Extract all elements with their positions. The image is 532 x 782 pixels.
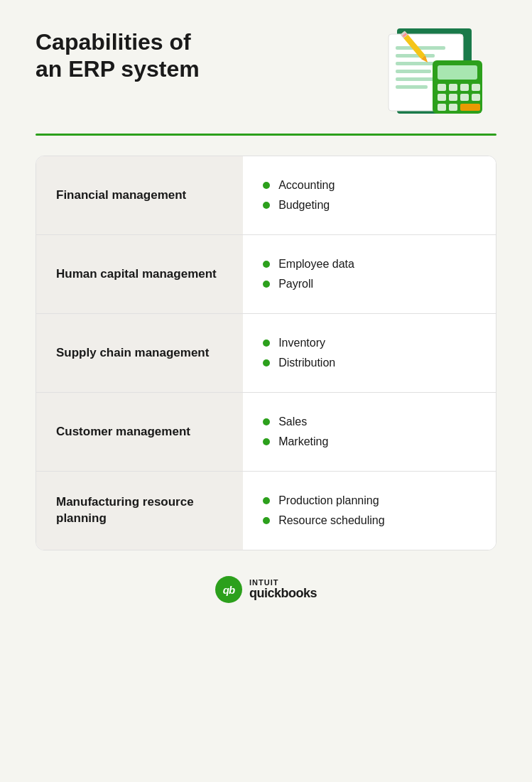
table-row: Financial managementAccountingBudgeting: [36, 156, 496, 235]
svg-rect-17: [472, 94, 480, 101]
bullet-item: Production planning: [263, 494, 476, 507]
right-cell: SalesMarketing: [243, 393, 496, 471]
title-block: Capabilities of an ERP system: [36, 28, 200, 83]
bullet-item: Payroll: [263, 278, 476, 290]
bullet-dot: [263, 202, 270, 209]
bullet-item: Budgeting: [263, 199, 476, 212]
bullet-text: Budgeting: [278, 199, 330, 212]
capability-name: Customer management: [56, 424, 190, 440]
table-row: Customer managementSalesMarketing: [36, 393, 496, 472]
capability-name: Financial management: [56, 188, 186, 204]
table-row: Manufacturing resource planningProductio…: [36, 472, 496, 550]
bullet-dot: [263, 261, 270, 268]
bullet-text: Accounting: [278, 179, 335, 192]
bullet-text: Marketing: [278, 435, 328, 448]
bullet-item: Employee data: [263, 258, 476, 271]
footer: qb INTUIT quickbooks: [36, 576, 496, 603]
bullet-item: Inventory: [263, 337, 476, 349]
svg-rect-10: [438, 84, 446, 91]
bullet-dot: [263, 418, 270, 425]
svg-rect-19: [449, 104, 457, 111]
bullet-item: Sales: [263, 416, 476, 428]
bullet-text: Distribution: [278, 357, 335, 369]
bullet-dot: [263, 438, 270, 445]
svg-rect-3: [396, 54, 435, 58]
svg-rect-18: [438, 104, 446, 111]
svg-rect-20: [460, 104, 480, 111]
erp-illustration: [376, 21, 496, 121]
capability-name: Manufacturing resource planning: [56, 494, 223, 527]
svg-rect-15: [449, 94, 457, 101]
left-cell: Manufacturing resource planning: [36, 472, 243, 550]
capabilities-table: Financial managementAccountingBudgetingH…: [36, 156, 496, 550]
brand-text: INTUIT quickbooks: [249, 578, 317, 601]
header-section: Capabilities of an ERP system: [36, 28, 496, 121]
bullet-dot: [263, 340, 270, 347]
table-row: Human capital managementEmployee dataPay…: [36, 235, 496, 314]
bullet-item: Distribution: [263, 357, 476, 369]
right-cell: Employee dataPayroll: [243, 235, 496, 313]
right-cell: AccountingBudgeting: [243, 156, 496, 234]
page-title: Capabilities of an ERP system: [36, 28, 200, 83]
svg-rect-7: [396, 85, 428, 89]
capability-name: Human capital management: [56, 266, 217, 283]
right-cell: Production planningResource scheduling: [243, 472, 496, 550]
left-cell: Human capital management: [36, 235, 243, 313]
svg-rect-14: [438, 94, 446, 101]
left-cell: Customer management: [36, 393, 243, 471]
bullet-dot: [263, 359, 270, 366]
svg-rect-11: [449, 84, 457, 91]
qb-logo: qb: [215, 576, 242, 603]
bullet-dot: [263, 517, 270, 524]
svg-rect-2: [396, 46, 445, 50]
bullet-text: Production planning: [278, 494, 379, 507]
left-cell: Supply chain management: [36, 314, 243, 392]
bullet-text: Payroll: [278, 278, 313, 290]
bullet-text: Inventory: [278, 337, 325, 349]
bullet-text: Sales: [278, 416, 307, 428]
bullet-dot: [263, 497, 270, 504]
bullet-item: Marketing: [263, 435, 476, 448]
bullet-item: Resource scheduling: [263, 514, 476, 527]
svg-rect-12: [460, 84, 469, 91]
page-container: Capabilities of an ERP system: [0, 0, 532, 782]
bullet-dot: [263, 182, 270, 189]
bullet-item: Accounting: [263, 179, 476, 192]
section-divider: [36, 134, 496, 136]
svg-rect-5: [396, 70, 431, 73]
left-cell: Financial management: [36, 156, 243, 234]
bullet-text: Resource scheduling: [278, 514, 384, 527]
bullet-dot: [263, 281, 270, 288]
svg-rect-13: [472, 84, 480, 91]
right-cell: InventoryDistribution: [243, 314, 496, 392]
quickbooks-label: quickbooks: [249, 587, 317, 601]
svg-rect-6: [396, 77, 438, 81]
capability-name: Supply chain management: [56, 345, 209, 362]
svg-rect-9: [438, 65, 477, 80]
svg-rect-16: [460, 94, 469, 101]
table-row: Supply chain managementInventoryDistribu…: [36, 314, 496, 393]
bullet-text: Employee data: [278, 258, 354, 271]
